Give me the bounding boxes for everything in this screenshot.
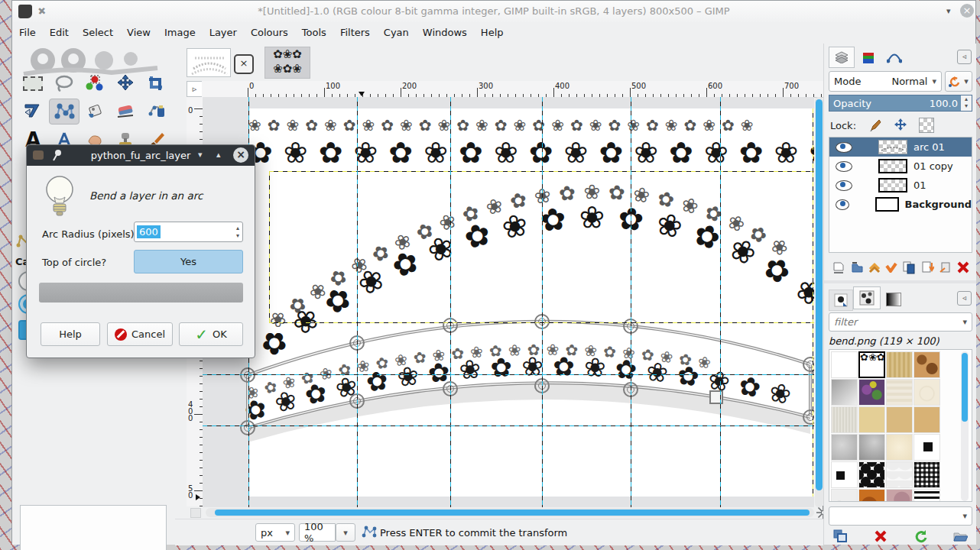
pattern-swatch-scales[interactable]: [886, 461, 913, 488]
pattern-swatch-tan-leather2[interactable]: [913, 406, 940, 433]
pattern-swatch-burlap[interactable]: [831, 406, 858, 433]
free-select-tool-icon[interactable]: [49, 71, 78, 95]
image-tab-untitled[interactable]: [187, 48, 231, 77]
tab-layers[interactable]: [829, 47, 855, 68]
cage-transform-tool-icon[interactable]: [49, 99, 80, 125]
menu-layer[interactable]: Layer: [203, 22, 244, 43]
guide-horizontal[interactable]: [203, 374, 814, 375]
patterns-scrollbar-thumb[interactable]: [962, 353, 968, 422]
dockable-menu-icon[interactable]: ◃: [957, 50, 972, 64]
visibility-eye-icon[interactable]: [836, 161, 852, 172]
menu-cyan[interactable]: Cyan: [377, 22, 416, 43]
transform-tool-icon[interactable]: [18, 99, 47, 123]
pattern-swatch-cream-rings[interactable]: [913, 379, 940, 406]
top-of-circle-toggle[interactable]: Yes: [134, 250, 243, 273]
pattern-swatch-cream-blob[interactable]: [886, 434, 913, 461]
visibility-eye-icon[interactable]: [836, 142, 852, 153]
help-button[interactable]: Help: [41, 322, 100, 346]
shade-window-icon[interactable]: ▾: [946, 6, 951, 16]
menu-help[interactable]: Help: [474, 22, 511, 43]
pattern-swatch-polka-dots[interactable]: [858, 461, 885, 488]
anchor-check-icon[interactable]: [885, 262, 897, 273]
dock-splitter[interactable]: [824, 280, 976, 283]
pattern-swatch-blank-white[interactable]: [831, 351, 858, 378]
tab-channels[interactable]: [856, 48, 881, 68]
dialog-unshade-icon[interactable]: ▴: [216, 150, 221, 160]
pattern-swatch-gray-blobs[interactable]: [831, 489, 858, 502]
pattern-swatch-square-spiral[interactable]: [913, 489, 940, 502]
guide-vertical[interactable]: [631, 97, 631, 507]
pattern-swatch-rust[interactable]: [858, 489, 885, 502]
pattern-swatch-gingham[interactable]: [913, 461, 940, 488]
menu-filters[interactable]: Filters: [333, 22, 377, 43]
arc-radius-spinbox[interactable]: 600 ▴▾: [134, 222, 243, 242]
h-scrollbar[interactable]: [206, 508, 814, 517]
open-pattern-icon[interactable]: [952, 529, 968, 543]
select-by-color-tool-icon[interactable]: [80, 71, 109, 95]
pattern-swatch-paisley[interactable]: [858, 379, 885, 406]
image-tab-floral[interactable]: ✿❀✿❀✿❀: [264, 47, 310, 79]
tab-gradients[interactable]: [882, 290, 905, 309]
tab-brushes[interactable]: [829, 290, 853, 311]
guide-vertical[interactable]: [357, 97, 358, 507]
pattern-swatch-mauve[interactable]: [886, 489, 913, 502]
pattern-swatch-square-on-white-2[interactable]: [831, 461, 858, 488]
ruler-menu-icon[interactable]: ▹: [187, 81, 203, 97]
pattern-select-combo[interactable]: ▾: [829, 506, 972, 526]
zoom-value[interactable]: 100 %: [299, 523, 336, 542]
dialog-close-icon[interactable]: ×: [233, 147, 248, 163]
layer-row-background[interactable]: Background: [829, 195, 972, 214]
delete-layer-icon[interactable]: [957, 261, 969, 273]
menu-windows[interactable]: Windows: [416, 22, 474, 43]
pattern-filter-input[interactable]: filter ▾: [829, 312, 972, 332]
spinbox-arrows[interactable]: ▴▾: [236, 225, 239, 240]
lock-alpha-icon[interactable]: [919, 118, 934, 133]
pattern-swatch-floral-bw[interactable]: ✿❀✿: [858, 351, 885, 378]
dockable-menu-icon[interactable]: ◃: [957, 291, 972, 306]
guide-vertical[interactable]: [450, 97, 451, 507]
tab-patterns[interactable]: [853, 286, 881, 309]
canvas-viewport[interactable]: ❀✿❀✿❀✿❀✿❀✿❀✿❀✿❀✿❀✿❀✿❀✿❀✿❀✿❀ ✿❀✿❀✿❀✿❀✿❀✿❀…: [203, 97, 814, 507]
mode-combo[interactable]: Mode Normal ▾: [829, 71, 942, 92]
mode-switch-button[interactable]: ▾: [945, 71, 972, 92]
pattern-swatch-walnuts[interactable]: [913, 351, 940, 378]
menu-tools[interactable]: Tools: [295, 22, 333, 43]
menu-file[interactable]: File: [12, 22, 43, 43]
menu-select[interactable]: Select: [76, 22, 120, 43]
refresh-patterns-icon[interactable]: [913, 529, 927, 543]
rectangle-select-tool-icon[interactable]: [18, 71, 47, 95]
menu-image[interactable]: Image: [157, 22, 203, 43]
guide-horizontal[interactable]: [203, 425, 814, 426]
layer-row-01copy[interactable]: 01 copy: [829, 157, 972, 176]
patterns-scrollbar[interactable]: [961, 351, 969, 501]
layer-row-01[interactable]: 01: [829, 176, 972, 195]
move-tool-icon[interactable]: [111, 71, 140, 95]
ok-button[interactable]: ✓ OK: [179, 322, 243, 346]
bucket-fill-tool-icon[interactable]: [81, 99, 110, 123]
pattern-swatch-cream-weave[interactable]: [886, 379, 913, 406]
new-layer-icon[interactable]: [832, 260, 845, 274]
layer-row-arc01[interactable]: arc 01: [829, 138, 972, 157]
pattern-swatch-tan-leather[interactable]: [886, 406, 913, 433]
pattern-swatch-pale-leather[interactable]: [858, 406, 885, 433]
raise-layer-icon[interactable]: [868, 261, 881, 273]
visibility-eye-icon[interactable]: [836, 199, 849, 210]
lock-pixels-icon[interactable]: [867, 118, 882, 132]
titlebar[interactable]: ✚ *[Untitled]-1.0 (RGB colour 8-bit gamm…: [12, 1, 975, 23]
menu-edit[interactable]: Edit: [43, 22, 76, 43]
merge-down-icon[interactable]: [920, 260, 934, 274]
v-scrollbar-thumb[interactable]: [816, 99, 823, 490]
eraser-tool-icon[interactable]: [112, 99, 141, 123]
cancel-button[interactable]: Cancel: [107, 322, 173, 346]
dialog-shade-icon[interactable]: ▾: [198, 150, 203, 160]
pattern-swatch-gray-cloud-dark[interactable]: [858, 434, 885, 461]
delete-pattern-icon[interactable]: [874, 529, 888, 543]
new-layer-group-icon[interactable]: [850, 260, 864, 274]
guide-vertical[interactable]: [542, 97, 543, 507]
zoom-combo-arrow[interactable]: ▾: [336, 523, 355, 542]
unit-combo[interactable]: px▾: [255, 523, 295, 542]
opacity-spinner[interactable]: ▴▾: [961, 95, 972, 111]
pattern-swatch-gray-cloud[interactable]: [831, 434, 858, 461]
v-scrollbar[interactable]: [815, 97, 823, 507]
layer-mask-icon[interactable]: [939, 260, 952, 274]
